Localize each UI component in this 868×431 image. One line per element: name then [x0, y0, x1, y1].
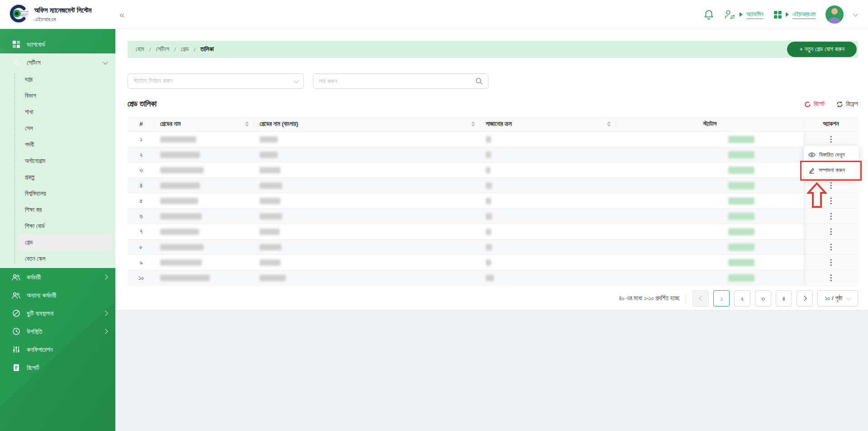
table-row: ৭ ⋮	[128, 224, 858, 239]
status-badge	[728, 167, 754, 174]
table-tools: রিসেট রিফ্রেশ	[804, 101, 858, 108]
row-actions-button[interactable]: ⋮	[825, 259, 838, 266]
redacted-grade-name	[160, 198, 198, 204]
mra-logo-icon: Microcredit Regulatory Authority	[9, 4, 29, 25]
submenu-item-university[interactable]: বিশ্ববিদ্যালয়	[0, 186, 115, 202]
row-actions-button[interactable]: ⋮	[825, 212, 838, 220]
table-row: ১ ⋮	[128, 132, 858, 147]
chevron-down-icon	[846, 295, 851, 300]
sidebar-collapse-button[interactable]: «	[119, 9, 125, 20]
status-badge	[728, 274, 754, 282]
svg-text:Authority: Authority	[20, 15, 27, 17]
menu-item-edit[interactable]: সম্পাদনা করুন	[804, 163, 859, 178]
main-content: হোম/সেটিংস/গ্রেড/তালিকা + নতুন গ্রেড যোগ…	[115, 29, 868, 311]
row-action-menu: বিস্তারিত দেখুন সম্পাদনা করুন	[804, 146, 859, 179]
pagination: ৪০ এর মধ্যে ১-১০ প্রদর্শিত হচ্ছে ১২৩৪ ১০…	[128, 290, 858, 306]
row-actions-button[interactable]: ⋮	[825, 197, 838, 205]
refresh-button[interactable]: রিফ্রেশ	[836, 101, 858, 108]
page-button[interactable]: ৪	[776, 290, 792, 306]
submenu-item-label: বেতন স্কেল	[25, 255, 45, 263]
submenu-item-office[interactable]: দপ্তর	[0, 72, 115, 88]
submenu-item-education-board[interactable]: শিক্ষা বোর্ড	[0, 218, 115, 235]
serial-cell: ৫	[140, 197, 142, 205]
reset-button[interactable]: রিসেট	[804, 101, 825, 108]
submenu-item-project[interactable]: প্রকল্প	[0, 169, 115, 186]
sidebar-item-settings[interactable]: সেটিংস	[0, 53, 115, 72]
filter-row: স্ট্যাটাস নির্বাচন করুন	[128, 73, 489, 89]
configuration-icon	[12, 345, 20, 354]
column-header: স্ট্যাটাস	[616, 116, 804, 131]
sidebar-item-other-employees[interactable]: অন্যান্য কর্মচারী	[0, 286, 115, 304]
redacted-grade-name	[160, 213, 202, 220]
sidebar-item-label: উপস্থিতি	[27, 328, 42, 335]
gear-icon	[12, 58, 20, 67]
sidebar-item-employees[interactable]: কর্মচারী	[0, 268, 115, 286]
page-button[interactable]: ২	[734, 290, 750, 306]
next-page-button[interactable]	[797, 290, 813, 306]
add-grade-button[interactable]: + নতুন গ্রেড যোগ করুন	[787, 42, 857, 57]
redacted-grade-name	[160, 182, 200, 189]
redacted-grade-name-bn	[260, 152, 278, 158]
avatar-chevron-down-icon[interactable]	[853, 11, 858, 16]
status-badge	[728, 182, 754, 189]
breadcrumb-item[interactable]: হোম	[136, 46, 144, 53]
user-avatar[interactable]	[825, 5, 844, 24]
notification-bell-icon[interactable]	[703, 9, 714, 20]
column-header: অ্যাকশন	[804, 116, 858, 131]
breadcrumb-item[interactable]: সেটিংস	[156, 46, 170, 53]
redacted-sort-order	[486, 229, 491, 235]
submenu-item-division[interactable]: বিভাগ	[0, 88, 115, 104]
sidebar-item-configuration[interactable]: কনফিগারেশন	[0, 340, 115, 359]
attendance-icon	[12, 327, 20, 336]
redacted-grade-name	[160, 167, 204, 173]
status-filter-select[interactable]: স্ট্যাটাস নির্বাচন করুন	[128, 73, 304, 89]
page-button[interactable]: ১	[713, 290, 730, 306]
submenu-item-designation[interactable]: পদবী	[0, 137, 115, 153]
breadcrumb-item[interactable]: গ্রেড	[181, 46, 189, 53]
user-switch-icon	[724, 9, 736, 20]
submenu-item-grade[interactable]: গ্রেড	[18, 235, 112, 251]
serial-cell: ৪	[140, 182, 142, 189]
row-actions-button[interactable]: ⋮	[825, 243, 838, 251]
row-actions-button[interactable]: ⋮	[825, 274, 838, 282]
column-header[interactable]: গ্রেডের নাম	[155, 116, 254, 131]
pagination-summary: ৪০ এর মধ্যে ১-১০ প্রদর্শিত হচ্ছে	[619, 295, 679, 302]
row-actions-button[interactable]: ⋮	[825, 135, 838, 143]
serial-cell: ৬	[139, 213, 142, 220]
column-header[interactable]: গ্রেডের নাম (বাংলায়)	[254, 116, 480, 131]
row-actions-button[interactable]: ⋮	[825, 182, 838, 189]
sidebar-item-label: কর্মচারী	[27, 273, 41, 281]
redacted-grade-name-bn	[260, 275, 286, 281]
search-input[interactable]	[319, 78, 475, 85]
app-switch-link[interactable]: এইচআরএম	[792, 10, 816, 19]
serial-cell: ১	[140, 136, 142, 143]
redacted-grade-name-bn	[260, 259, 280, 266]
submenu-item-education-level[interactable]: শিক্ষা স্তর	[0, 202, 115, 218]
sidebar-item-attendance[interactable]: উপস্থিতি	[0, 322, 115, 340]
settings-submenu: দপ্তরবিভাগশাখাসেলপদবীঅর্গানোগ্রামপ্রকল্প…	[0, 72, 115, 268]
redacted-grade-name	[160, 275, 210, 281]
sidebar-item-dashboard[interactable]: ড্যাশবোর্ড	[0, 35, 115, 53]
sidebar-item-report[interactable]: রিপোর্ট	[0, 359, 115, 377]
breadcrumb-separator: /	[174, 46, 176, 53]
submenu-item-branch[interactable]: শাখা	[0, 104, 115, 120]
chevron-right-icon	[103, 311, 108, 316]
menu-item-view-details[interactable]: বিস্তারিত দেখুন	[804, 147, 859, 163]
prev-page-button[interactable]	[693, 290, 709, 306]
page-size-select[interactable]: ১০ / পৃষ্ঠা	[817, 290, 858, 306]
sidebar-item-leave-management[interactable]: ছুটি ব্যবস্থাপনা	[0, 304, 115, 322]
column-header[interactable]: সাজানোর ক্রম	[480, 116, 616, 131]
redacted-sort-order	[486, 259, 491, 266]
admin-link[interactable]: অ্যাডমিন	[746, 10, 764, 19]
submenu-item-label: শিক্ষা বোর্ড	[25, 223, 45, 230]
status-badge	[728, 213, 754, 220]
search-icon[interactable]	[475, 77, 483, 85]
page-button[interactable]: ৩	[755, 290, 771, 306]
submenu-item-cell[interactable]: সেল	[0, 120, 115, 137]
submenu-item-organogram[interactable]: অর্গানোগ্রাম	[0, 153, 115, 169]
breadcrumb-bar: হোম/সেটিংস/গ্রেড/তালিকা + নতুন গ্রেড যোগ…	[128, 41, 858, 58]
submenu-item-pay-scale[interactable]: বেতন স্কেল	[0, 251, 115, 267]
serial-cell: ২	[140, 151, 143, 158]
row-actions-button[interactable]: ⋮	[825, 228, 838, 235]
status-badge	[728, 151, 754, 158]
